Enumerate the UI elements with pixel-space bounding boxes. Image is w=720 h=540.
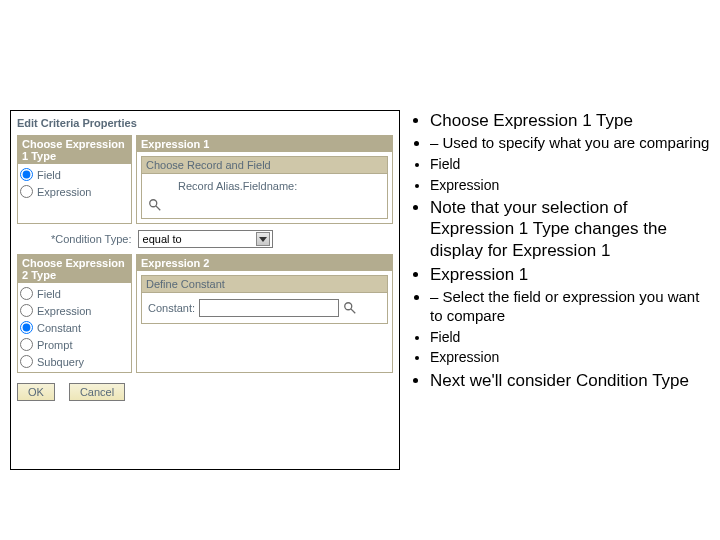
radio-field-input[interactable] bbox=[20, 168, 33, 181]
radio-label: Subquery bbox=[37, 356, 84, 368]
note-item: Expression bbox=[430, 349, 710, 367]
svg-line-1 bbox=[156, 206, 160, 210]
chevron-down-icon bbox=[256, 232, 270, 246]
notes-panel: Choose Expression 1 Type Used to specify… bbox=[400, 110, 710, 470]
svg-line-3 bbox=[351, 309, 355, 313]
note-item: Field bbox=[430, 156, 710, 174]
radio-constant[interactable]: Constant bbox=[20, 321, 129, 334]
radio-expression2-input[interactable] bbox=[20, 304, 33, 317]
note-item: Select the field or expression you want … bbox=[430, 288, 710, 326]
section-head: Choose Expression 1 Type bbox=[18, 136, 131, 164]
radio-constant-input[interactable] bbox=[20, 321, 33, 334]
ok-button[interactable]: OK bbox=[17, 383, 55, 401]
radio-label: Prompt bbox=[37, 339, 72, 351]
choose-expr1-type-section: Choose Expression 1 Type Field Expressio… bbox=[17, 135, 132, 224]
radio-prompt-input[interactable] bbox=[20, 338, 33, 351]
choose-expr2-type-section: Choose Expression 2 Type Field Expressio… bbox=[17, 254, 132, 373]
record-alias-label: Record Alias.Fieldname: bbox=[178, 180, 297, 192]
nested-head: Define Constant bbox=[142, 276, 387, 293]
radio-field2-input[interactable] bbox=[20, 287, 33, 300]
radio-label: Expression bbox=[37, 305, 91, 317]
condition-type-select[interactable]: equal to bbox=[138, 230, 273, 248]
radio-subquery[interactable]: Subquery bbox=[20, 355, 129, 368]
lookup-icon[interactable] bbox=[148, 198, 162, 212]
note-item: Expression 1 bbox=[430, 264, 710, 285]
section-head: Expression 2 bbox=[137, 255, 392, 271]
svg-point-2 bbox=[345, 303, 352, 310]
constant-input[interactable] bbox=[199, 299, 339, 317]
note-item: Choose Expression 1 Type bbox=[430, 110, 710, 131]
radio-field2[interactable]: Field bbox=[20, 287, 129, 300]
note-item: Note that your selection of Expression 1… bbox=[430, 197, 710, 261]
condition-type-row: *Condition Type: equal to bbox=[51, 230, 393, 248]
radio-expression[interactable]: Expression bbox=[20, 185, 129, 198]
note-item: Field bbox=[430, 329, 710, 347]
constant-label: Constant: bbox=[148, 302, 195, 314]
panel-title: Edit Criteria Properties bbox=[17, 117, 393, 129]
note-item: Used to specify what you are comparing bbox=[430, 134, 710, 153]
lookup-icon[interactable] bbox=[343, 301, 357, 315]
condition-type-value: equal to bbox=[143, 233, 182, 245]
radio-label: Field bbox=[37, 169, 61, 181]
edit-criteria-panel: Edit Criteria Properties Choose Expressi… bbox=[10, 110, 400, 470]
radio-label: Field bbox=[37, 288, 61, 300]
expression1-section: Expression 1 Choose Record and Field Rec… bbox=[136, 135, 393, 224]
section-head: Expression 1 bbox=[137, 136, 392, 152]
radio-field[interactable]: Field bbox=[20, 168, 129, 181]
radio-label: Constant bbox=[37, 322, 81, 334]
radio-label: Expression bbox=[37, 186, 91, 198]
define-constant-box: Define Constant Constant: bbox=[141, 275, 388, 324]
condition-type-label: *Condition Type: bbox=[51, 233, 132, 245]
cancel-button[interactable]: Cancel bbox=[69, 383, 125, 401]
radio-subquery-input[interactable] bbox=[20, 355, 33, 368]
section-head: Choose Expression 2 Type bbox=[18, 255, 131, 283]
nested-head: Choose Record and Field bbox=[142, 157, 387, 174]
note-item: Next we'll consider Condition Type bbox=[430, 370, 710, 391]
radio-expression-input[interactable] bbox=[20, 185, 33, 198]
radio-expression2[interactable]: Expression bbox=[20, 304, 129, 317]
expression2-section: Expression 2 Define Constant Constant: bbox=[136, 254, 393, 373]
svg-point-0 bbox=[150, 200, 157, 207]
radio-prompt[interactable]: Prompt bbox=[20, 338, 129, 351]
note-item: Expression bbox=[430, 177, 710, 195]
choose-record-field-box: Choose Record and Field Record Alias.Fie… bbox=[141, 156, 388, 219]
